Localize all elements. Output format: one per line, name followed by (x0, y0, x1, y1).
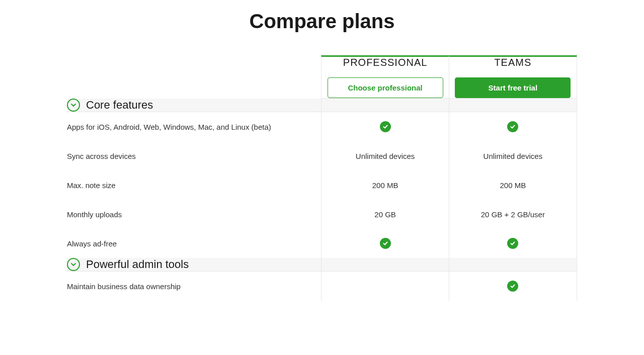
feature-row: Monthly uploads20 GB20 GB + 2 GB/user (67, 200, 577, 229)
feature-row: Always ad-free (67, 229, 577, 258)
feature-row: Apps for iOS, Android, Web, Windows, Mac… (67, 112, 577, 141)
plan-name-teams: TEAMS (449, 57, 577, 68)
plan-header-professional: PROFESSIONAL Choose professional (321, 55, 449, 99)
chevron-down-icon (67, 99, 80, 112)
section-row: Powerful admin tools (67, 258, 577, 272)
check-icon (380, 238, 391, 249)
section-title: Core features (86, 99, 153, 112)
feature-row: Maintain business data ownership (67, 272, 577, 301)
feature-value-cell (321, 272, 449, 301)
feature-value-cell: 200 MB (449, 170, 577, 200)
section-toggle[interactable]: Core features (67, 99, 321, 112)
feature-row: Max. note size200 MB200 MB (67, 170, 577, 200)
feature-value: 200 MB (500, 181, 526, 190)
feature-value-cell: Unlimited devices (449, 141, 577, 170)
check-icon (507, 121, 518, 132)
check-icon (507, 238, 518, 249)
feature-value-cell (321, 229, 449, 258)
start-free-trial-button[interactable]: Start free trial (455, 77, 571, 98)
feature-value: 20 GB (374, 210, 396, 219)
feature-label: Always ad-free (67, 229, 321, 258)
feature-value: Unlimited devices (356, 152, 415, 160)
compare-plans-table: PROFESSIONAL Choose professional TEAMS S… (67, 55, 577, 301)
feature-value: 20 GB + 2 GB/user (481, 210, 545, 219)
page-title: Compare plans (67, 10, 577, 33)
feature-value-cell (449, 272, 577, 301)
feature-value: Unlimited devices (484, 152, 543, 160)
feature-value-cell: 20 GB + 2 GB/user (449, 200, 577, 229)
feature-label: Max. note size (67, 170, 321, 200)
feature-value: 200 MB (372, 181, 398, 190)
feature-value-cell: Unlimited devices (321, 141, 449, 170)
section-row: Core features (67, 99, 577, 112)
plan-header-teams: TEAMS Start free trial (449, 55, 577, 99)
section-toggle[interactable]: Powerful admin tools (67, 258, 321, 272)
chevron-down-icon (67, 258, 80, 271)
feature-label: Apps for iOS, Android, Web, Windows, Mac… (67, 112, 321, 141)
feature-value-cell (321, 112, 449, 141)
section-title: Powerful admin tools (86, 258, 189, 271)
feature-row: Sync across devicesUnlimited devicesUnli… (67, 141, 577, 170)
check-icon (380, 121, 391, 132)
feature-value-cell (449, 112, 577, 141)
plan-name-professional: PROFESSIONAL (321, 57, 448, 68)
choose-professional-button[interactable]: Choose professional (328, 77, 443, 98)
feature-value-cell (449, 229, 577, 258)
feature-value-cell: 200 MB (321, 170, 449, 200)
feature-value-cell: 20 GB (321, 200, 449, 229)
feature-label: Maintain business data ownership (67, 272, 321, 301)
feature-label: Monthly uploads (67, 200, 321, 229)
check-icon (507, 281, 518, 292)
feature-label: Sync across devices (67, 141, 321, 170)
